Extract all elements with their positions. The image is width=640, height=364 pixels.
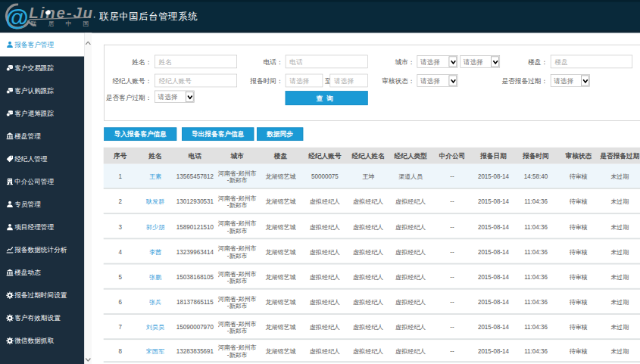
svg-text:@: @ bbox=[5, 5, 28, 31]
